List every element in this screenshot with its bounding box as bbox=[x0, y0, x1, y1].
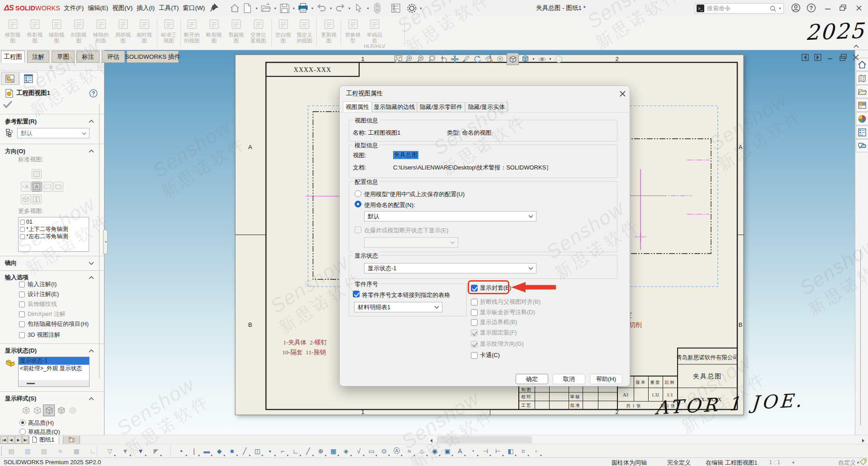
pm-help-icon[interactable]: ? bbox=[89, 89, 98, 98]
search-icon[interactable] bbox=[769, 5, 777, 12]
checkbox-icon[interactable] bbox=[19, 311, 25, 317]
options-caret-icon[interactable]: ▼ bbox=[418, 2, 424, 14]
toolbar-tool-icon[interactable]: ◆ bbox=[214, 446, 224, 456]
style-hidden-visible-icon[interactable] bbox=[32, 405, 43, 416]
toolbar-tool-icon[interactable]: ◉ bbox=[430, 446, 440, 456]
ribbon-button[interactable]: 相对视 图 bbox=[133, 17, 156, 43]
display-option[interactable]: 显示固定面(F) bbox=[471, 329, 517, 336]
pm-section-display-style[interactable]: 显示样式(S) bbox=[5, 395, 36, 403]
checkbox-icon[interactable] bbox=[19, 321, 25, 327]
view-checkbox[interactable] bbox=[20, 220, 25, 225]
display-caret-icon[interactable]: ▼ bbox=[532, 57, 536, 61]
toolbar-tool-icon[interactable]: ▪ bbox=[265, 446, 275, 456]
ribbon-button[interactable]: 标准三 视图 bbox=[157, 17, 180, 43]
import-option[interactable]: 装饰螺纹线 bbox=[19, 301, 57, 308]
view-dimetric-icon[interactable] bbox=[32, 194, 42, 204]
minimize-button[interactable] bbox=[822, 2, 833, 14]
ribbon-collapse-chevron-icon[interactable] bbox=[853, 43, 859, 50]
view-checkbox[interactable] bbox=[20, 227, 25, 232]
close-button[interactable] bbox=[853, 2, 864, 14]
style-wireframe-icon[interactable] bbox=[21, 405, 31, 416]
pm-section-orientation[interactable]: 方向(O) bbox=[5, 147, 25, 155]
ribbon-button[interactable]: 剖面视 图 bbox=[67, 17, 90, 43]
display-state-item[interactable]: <前处理>_外观 显示状态 bbox=[19, 365, 89, 372]
more-views-item[interactable]: 01 bbox=[19, 218, 89, 226]
checkbox-icon[interactable] bbox=[19, 282, 25, 287]
ribbon-button[interactable]: 空白视 图 bbox=[272, 17, 294, 43]
task-pane-scrollbar[interactable] bbox=[860, 249, 861, 425]
menu-item[interactable]: 文件(F) bbox=[62, 1, 85, 15]
toolbar-tool-icon[interactable]: ◧ bbox=[506, 446, 516, 456]
checkbox-icon[interactable] bbox=[19, 332, 25, 338]
toolbar-tool-icon[interactable]: ⌐ bbox=[278, 446, 288, 456]
quality-high-radio[interactable] bbox=[19, 419, 26, 426]
import-option[interactable]: 输入注解(I) bbox=[19, 281, 57, 288]
ribbon-button[interactable]: 草稿品 质 HLR/HLV bbox=[363, 17, 386, 49]
toolbar-tool-icon[interactable]: ▽ bbox=[105, 446, 115, 456]
doc-close-icon[interactable] bbox=[851, 53, 860, 61]
help-button[interactable]: 帮助(H) bbox=[590, 374, 622, 384]
import-option[interactable]: 包括隐藏特征的项目(H) bbox=[19, 320, 89, 328]
new-caret-icon[interactable]: ▼ bbox=[254, 2, 260, 14]
toolbar-tool-icon[interactable]: Ⓐ bbox=[392, 446, 402, 456]
expand-right-pane-icon[interactable] bbox=[813, 53, 822, 61]
toolbar-tool-icon[interactable]: ⊢ bbox=[493, 446, 503, 456]
help-icon[interactable]: ? bbox=[806, 2, 817, 14]
ribbon-button[interactable]: 模型视 图 bbox=[1, 17, 24, 43]
more-views-item[interactable]: *上下二等角轴测 bbox=[19, 226, 89, 233]
checkbox-icon[interactable] bbox=[471, 319, 478, 326]
zoom-fit-icon[interactable] bbox=[394, 54, 403, 64]
toolbar-tool-icon[interactable]: ◤ bbox=[151, 446, 161, 456]
select-arrow-icon[interactable] bbox=[353, 2, 365, 14]
dialog-close-icon[interactable] bbox=[618, 89, 627, 98]
chevron-up-icon[interactable] bbox=[88, 396, 95, 402]
toolbar-tool-icon[interactable]: ◔ bbox=[468, 446, 478, 456]
view-settings-eye-icon[interactable] bbox=[537, 54, 547, 64]
sheet-nav-first-icon[interactable]: |◀ bbox=[0, 436, 7, 444]
toolbar-tool-icon[interactable]: • bbox=[176, 446, 186, 456]
more-views-listbox[interactable]: 01 *上下二等角轴测 *左右二等角轴测 bbox=[18, 217, 89, 252]
ribbon-button[interactable]: 断裂视 图 bbox=[203, 17, 225, 43]
save-caret-icon[interactable]: ▼ bbox=[291, 2, 297, 14]
view-top-icon[interactable] bbox=[32, 169, 42, 179]
undo-caret-icon[interactable]: ▼ bbox=[328, 2, 334, 14]
featuremanager-tab[interactable] bbox=[1, 72, 19, 85]
taskpane-view-palette-icon[interactable] bbox=[856, 99, 868, 112]
toolbar-tool-icon[interactable]: ╱ bbox=[240, 446, 250, 456]
open-icon[interactable] bbox=[260, 2, 272, 14]
select-caret-icon[interactable]: ▼ bbox=[365, 2, 371, 14]
ribbon-button[interactable]: 剪裁视 图 bbox=[225, 17, 247, 43]
new-document-icon[interactable] bbox=[242, 2, 253, 14]
wireframe-cube-icon[interactable] bbox=[495, 54, 505, 64]
view-back-icon[interactable] bbox=[53, 182, 63, 192]
checkbox-icon[interactable] bbox=[19, 301, 25, 307]
pm-scrollbar[interactable] bbox=[99, 104, 100, 379]
ribbon-button[interactable]: 交替位 置视图 bbox=[247, 17, 270, 43]
toolbar-tool-icon[interactable]: ⊕ bbox=[316, 446, 326, 456]
toolbar-tool-icon[interactable]: ◦ bbox=[531, 446, 541, 456]
3d-drawing-view-icon[interactable] bbox=[484, 54, 493, 64]
style-shaded-icon[interactable] bbox=[67, 405, 78, 416]
toolbar-tool-icon[interactable]: ▥ bbox=[23, 446, 33, 456]
zoom-in-out-icon[interactable] bbox=[416, 54, 426, 64]
toolbar-tool-icon[interactable]: ▼ bbox=[120, 446, 130, 456]
panel-splitter-handle[interactable] bbox=[103, 230, 108, 254]
toolbar-tool-icon[interactable]: A bbox=[455, 446, 465, 456]
menu-item[interactable]: 编辑(E) bbox=[86, 1, 109, 15]
ref-config-combo[interactable]: 默认 bbox=[17, 128, 90, 138]
propertymanager-tab[interactable] bbox=[19, 72, 38, 85]
sheet-tab-active[interactable]: 图纸1 bbox=[29, 435, 59, 444]
menu-item[interactable]: 插入(I) bbox=[135, 1, 156, 15]
view-right-icon[interactable] bbox=[43, 182, 52, 192]
toolbar-tool-icon[interactable]: ❘ bbox=[189, 446, 199, 456]
radio-named-config[interactable] bbox=[355, 201, 361, 207]
toolbar-tool-icon[interactable]: ▦ bbox=[71, 446, 81, 456]
print-icon[interactable] bbox=[297, 2, 309, 14]
listbox-scrollbar[interactable] bbox=[19, 380, 89, 386]
redo-icon[interactable] bbox=[334, 2, 346, 14]
command-tab[interactable]: 注解 bbox=[27, 51, 49, 63]
chevron-up-icon[interactable] bbox=[88, 275, 95, 281]
import-option[interactable]: 设计注解(E) bbox=[19, 291, 59, 298]
search-box[interactable]: >_ 搜索命令 ▼ bbox=[695, 3, 784, 14]
named-config-combo[interactable]: 默认 bbox=[364, 211, 536, 221]
